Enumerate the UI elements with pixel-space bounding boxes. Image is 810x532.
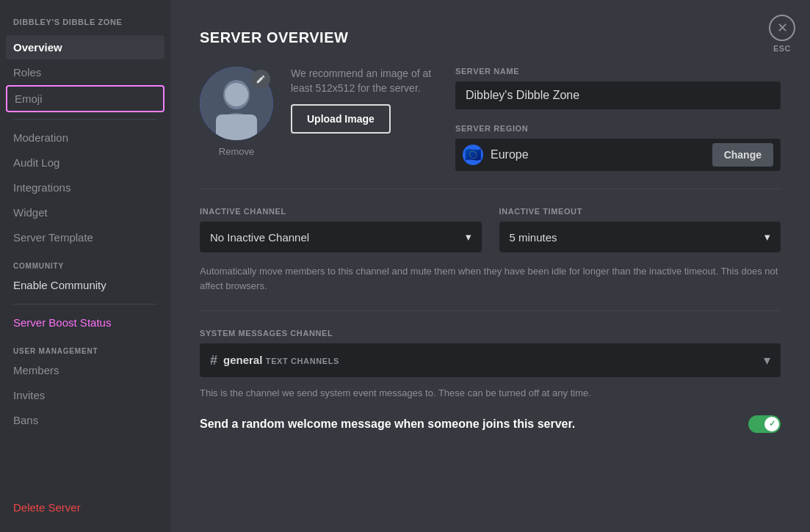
inactive-timeout-label: Inactive Timeout (499, 207, 781, 216)
inactive-channel-field: Inactive Channel No Inactive Channel ▾ (200, 207, 482, 252)
avatar-wrapper (200, 67, 273, 140)
welcome-message-label: Send a random welcome message when someo… (200, 418, 575, 431)
sidebar-item-emoji[interactable]: Emoji (6, 85, 164, 112)
sidebar-item-server-boost-status[interactable]: Server Boost Status (6, 310, 164, 335)
sidebar-item-enable-community[interactable]: Enable Community (6, 273, 164, 297)
toggle-knob: ✓ (764, 417, 779, 431)
inactive-timeout-value: 5 minutes (510, 231, 557, 244)
sidebar-item-members[interactable]: Members (6, 358, 164, 382)
inactive-timeout-select[interactable]: 5 minutes ▾ (499, 222, 781, 252)
svg-rect-4 (216, 114, 257, 140)
sidebar-server-name: Dibbley's Dibble Zone (6, 12, 164, 32)
sidebar-item-invites[interactable]: Invites (6, 383, 164, 407)
hash-icon: # (210, 353, 217, 368)
region-name: Europe (491, 148, 712, 161)
sidebar-item-moderation[interactable]: Moderation (6, 125, 164, 150)
server-region-field: Server Region 🇪🇺 Europe Change (455, 124, 781, 171)
avatar-section: Remove (200, 67, 273, 157)
server-name-field: Server Name (455, 67, 781, 109)
inactive-timeout-field: Inactive Timeout 5 minutes ▾ (499, 207, 781, 252)
avatar-edit-icon[interactable] (251, 70, 270, 89)
avatar-remove-button[interactable]: Remove (219, 146, 254, 157)
sidebar-divider-2 (13, 304, 157, 305)
section-divider-1 (200, 189, 781, 189)
esc-label: ESC (773, 44, 791, 53)
server-fields: Server Name Server Region 🇪🇺 Europe Chan… (455, 67, 781, 171)
chevron-down-icon-2: ▾ (764, 230, 770, 244)
server-region-select[interactable]: 🇪🇺 Europe Change (455, 139, 781, 171)
system-messages-section: System Messages Channel # general Text C… (200, 329, 781, 401)
upload-hint: We recommend an image of at least 512x51… (291, 67, 438, 95)
sidebar-divider-1 (13, 119, 157, 120)
chevron-down-icon: ▾ (466, 230, 471, 244)
sidebar-item-bans[interactable]: Bans (6, 408, 164, 432)
sidebar-item-server-template[interactable]: Server Template (6, 225, 164, 249)
region-flag-icon: 🇪🇺 (463, 145, 483, 165)
sidebar-section-user-management: User Management (6, 335, 164, 358)
inactive-channel-value: No Inactive Channel (210, 231, 309, 244)
section-divider-2 (200, 310, 781, 311)
sidebar-item-overview[interactable]: Overview (6, 35, 164, 59)
chevron-down-icon-3: ▾ (764, 352, 770, 368)
welcome-message-row: Send a random welcome message when someo… (200, 415, 781, 433)
page-title: Server Overview (200, 29, 781, 46)
upload-section: We recommend an image of at least 512x51… (291, 67, 438, 134)
system-channel-info-text: This is the channel we send system event… (200, 386, 781, 401)
system-messages-channel-select[interactable]: # general Text Channels ▾ (200, 343, 781, 377)
welcome-message-toggle[interactable]: ✓ (748, 415, 781, 433)
sidebar-item-audit-log[interactable]: Audit Log (6, 150, 164, 175)
server-name-input[interactable] (455, 81, 781, 109)
system-channel-type: Text Channels (266, 357, 339, 365)
close-icon[interactable]: ✕ (769, 15, 795, 41)
overview-top: Remove We recommend an image of at least… (200, 67, 781, 171)
region-change-button[interactable]: Change (712, 143, 773, 167)
sidebar-item-delete-server[interactable]: Delete Server (6, 495, 164, 520)
sidebar-item-integrations[interactable]: Integrations (6, 175, 164, 200)
sidebar: Dibbley's Dibble Zone Overview Roles Emo… (0, 0, 170, 532)
sidebar-section-community: Community (6, 250, 164, 273)
inactive-info-text: Automatically move members to this chann… (200, 264, 781, 293)
system-messages-label: System Messages Channel (200, 329, 781, 338)
sidebar-item-roles[interactable]: Roles (6, 60, 164, 84)
system-channel-name: general (223, 354, 262, 366)
server-name-label: Server Name (455, 67, 781, 76)
system-channel-info: general Text Channels (223, 354, 758, 367)
inactive-channel-label: Inactive Channel (200, 207, 482, 216)
svg-point-3 (225, 83, 248, 106)
server-region-label: Server Region (455, 124, 781, 133)
check-icon: ✓ (769, 419, 775, 429)
esc-button[interactable]: ✕ ESC (769, 15, 795, 53)
sidebar-item-widget[interactable]: Widget (6, 200, 164, 225)
inactive-section: Inactive Channel No Inactive Channel ▾ I… (200, 207, 781, 252)
main-content: ✕ ESC Server Overview (170, 0, 810, 532)
inactive-channel-select[interactable]: No Inactive Channel ▾ (200, 222, 482, 252)
upload-image-button[interactable]: Upload Image (291, 104, 391, 134)
